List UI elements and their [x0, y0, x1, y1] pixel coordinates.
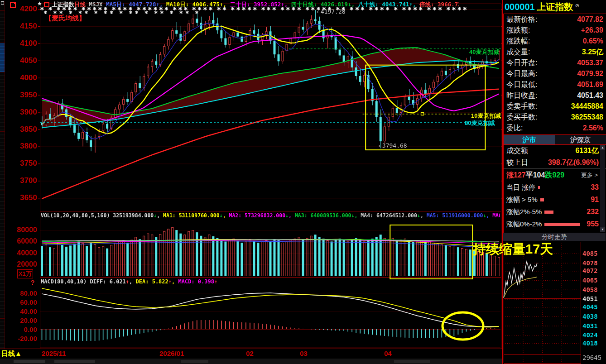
- quote-row: 涨跌额:+26.39: [504, 25, 606, 36]
- axis-tick-label: 0.00: [5, 326, 37, 333]
- taskbar-item[interactable]: [14, 360, 45, 363]
- text-segment: ,: [223, 212, 229, 219]
- text-segment: ↑: [214, 278, 217, 285]
- distribution-bar: [544, 211, 553, 214]
- quote-row: 今日开盘:4053.37: [504, 57, 606, 68]
- intraday-price-label: 4038: [582, 313, 598, 320]
- updown-summary-row[interactable]: 涨127平104跌929更多 >: [504, 168, 606, 181]
- axis-tick-label: 4100: [5, 39, 37, 48]
- distribution-row: 涨幅0%-2%955: [504, 218, 606, 230]
- signal-star-row2: ✱ ✱✱ ✱ ✱✱ ✱ ✱✱ ✱ ✱✱ ✱ ✱✱ ✱ ✱✱ ✱: [43, 10, 465, 15]
- intraday-price-label: 4078: [582, 259, 598, 267]
- text-segment: MA5: 511916000.000: [427, 212, 483, 219]
- quote-label: 委比:: [506, 123, 523, 134]
- date-tick-label: 03: [300, 350, 308, 357]
- quote-label: 涨跌额:: [506, 25, 530, 36]
- axis-tick-label: 3950: [5, 91, 37, 100]
- axis-tick-label: 3650: [5, 193, 37, 202]
- intraday-header[interactable]: 分时走势: [503, 233, 606, 241]
- quote-value: 34445884: [571, 101, 603, 112]
- symbol-name: 上证指数: [537, 2, 573, 12]
- shrink-volume-annotation: 持续缩量17天: [473, 240, 553, 259]
- text-segment: VOL(10,20,40,80,5,160): [41, 212, 113, 219]
- intraday-price-label: 4045: [582, 303, 598, 311]
- distribution-bar: [538, 186, 540, 189]
- quote-row: 最新价格:4077.82: [504, 14, 606, 25]
- date-tick-label: 04: [384, 350, 392, 357]
- quote-value: 4053.37: [577, 57, 603, 68]
- quote-row: 委卖手数:34445884: [504, 101, 606, 112]
- quote-label: 昨日收盘:: [506, 90, 537, 101]
- axis-tick-label: 80000: [5, 226, 37, 234]
- text-segment: MA1: 531109760.000: [163, 212, 220, 219]
- taskbar-item[interactable]: [181, 360, 208, 363]
- date-tick-label: 2026/01: [159, 350, 184, 357]
- axis-tick-label: 3750: [5, 159, 37, 168]
- intraday-price-label: 4018: [582, 340, 598, 347]
- quote-label: 成交量:: [506, 47, 530, 57]
- pin-dot: [14, 2, 16, 4]
- volume-pane-header: VOL(10,20,40,80,5,160) 325193984.000↓, M…: [41, 212, 500, 219]
- quote-value: 0.65%: [583, 36, 603, 47]
- distribution-bar: [544, 223, 580, 226]
- axis-tick-label: 40.00: [5, 307, 37, 315]
- text-segment: 325193984.000: [113, 212, 154, 219]
- quote-value: 4077.82: [577, 14, 603, 25]
- axis-tick-label: 80.00: [5, 289, 37, 297]
- text-segment: ,: [354, 212, 361, 219]
- text-segment: MACD: 0.398: [178, 278, 214, 285]
- updown-up: 涨127: [506, 171, 526, 179]
- intraday-price-label: 4051: [582, 295, 598, 302]
- axis-tick-label: 3700: [5, 176, 37, 185]
- quote-row: 昨日收盘:4051.43: [504, 90, 606, 101]
- text-segment: ,: [172, 278, 178, 285]
- axis-tick-label: 4000: [5, 73, 37, 82]
- text-segment: ,: [289, 212, 295, 219]
- quote-row: 委买手数:36255348: [504, 112, 606, 123]
- volume-unit-label: X1万: [17, 269, 33, 278]
- intraday-volume-label: 29645: [582, 354, 601, 361]
- axis-tick-label: 3850: [5, 125, 37, 134]
- date-tick-label: 02: [246, 350, 254, 357]
- period-selector[interactable]: 日线▲: [1, 350, 22, 358]
- text-segment: ↓: [220, 212, 223, 219]
- updown-down: 跌929: [545, 171, 564, 179]
- text-segment: MA6:: [492, 212, 500, 219]
- intraday-price-label: 4065: [582, 277, 598, 284]
- tab-hushi[interactable]: 沪市: [504, 135, 555, 145]
- quote-value: 4051.43: [577, 90, 603, 101]
- quote-row: 今日最高:4079.92: [504, 68, 606, 79]
- axis-tick-label: 4050: [5, 56, 37, 65]
- maishi-label: 【麦氏均线】: [45, 14, 86, 23]
- taskbar-item[interactable]: [54, 360, 95, 363]
- quote-value: 2.56%: [583, 123, 603, 134]
- ma40-deduct-label: 40麦克扣减: [469, 48, 499, 56]
- macd-help-icon[interactable]: ?: [31, 279, 35, 286]
- trading-app-window: ★ 上证指数日线 MSJX MA5日: 4047.728↑, MA10日: 40…: [0, 0, 606, 364]
- quote-label: 今日最高:: [506, 68, 537, 79]
- quote-row: 今日最低:4051.69: [504, 79, 606, 90]
- quote-row: 委比:2.56%: [504, 123, 606, 134]
- main-chart-canvas[interactable]: [0, 0, 502, 364]
- scrollbar[interactable]: ▲ ▼: [600, 145, 605, 232]
- updown-flat: 平104: [526, 171, 545, 179]
- intraday-price-label: 4085: [582, 250, 598, 257]
- quote-value: 3.25亿: [582, 47, 603, 57]
- intraday-price-label: 4024: [582, 331, 598, 339]
- axis-tick-label: 4150: [5, 22, 37, 31]
- text-segment: ,: [129, 278, 135, 285]
- axis-tick-label: 20000: [5, 260, 37, 268]
- scroll-up-button[interactable]: ▲: [600, 145, 605, 150]
- distribution-row: 涨幅 > 5%91: [504, 193, 606, 206]
- symbol-title[interactable]: 000001 上证指数 ⊘: [505, 1, 579, 13]
- text-segment: DIFF: 6.021: [90, 278, 125, 285]
- low-annotation: ←3794.68: [379, 142, 407, 149]
- tab-hushenjing[interactable]: 沪深京: [555, 135, 606, 145]
- scroll-down-button[interactable]: ▼: [600, 227, 605, 232]
- text-segment: ↑: [126, 278, 129, 285]
- distribution-bar: [540, 198, 544, 201]
- symbol-code: 000001: [505, 2, 535, 12]
- quote-value: 4079.92: [577, 68, 603, 79]
- taskbar-item[interactable]: [394, 360, 430, 363]
- info-icon[interactable]: ⊘: [575, 3, 579, 8]
